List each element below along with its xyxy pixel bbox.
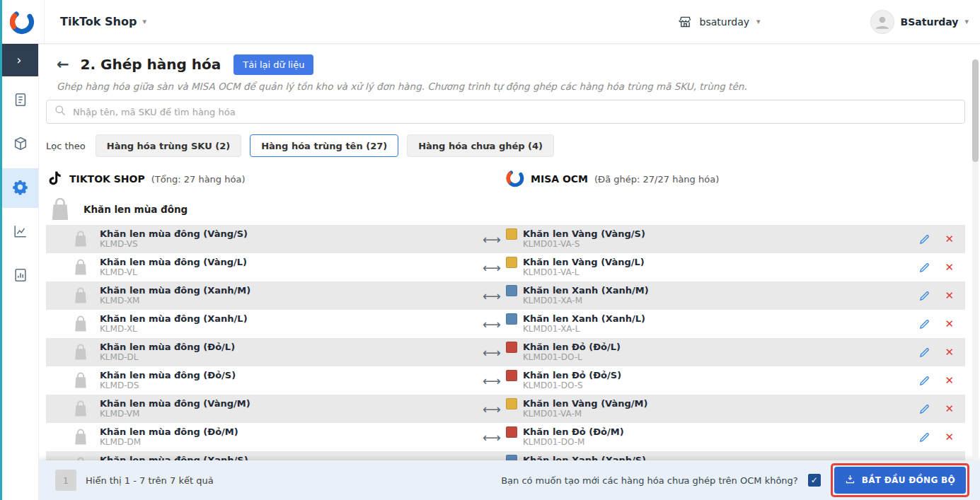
remove-match-button[interactable]: ✕	[945, 261, 954, 274]
sidebar-item-products[interactable]	[0, 124, 38, 164]
sidebar-item-analytics[interactable]	[0, 212, 38, 252]
chevron-down-icon: ▾	[756, 17, 761, 26]
tiktok-product-name: Khăn len mùa đông (Xanh/L)	[100, 313, 248, 324]
search-icon	[54, 105, 67, 119]
download-icon	[845, 474, 855, 487]
search-box	[46, 100, 965, 124]
tiktok-product-sku: KLMD-XL	[100, 324, 248, 335]
ocm-product-name: Khăn len Đỏ (Đỏ/M)	[523, 426, 624, 437]
ocm-product-sku: KLMD01-DO-M	[523, 437, 624, 448]
ocm-product-thumb	[506, 426, 517, 438]
ocm-product-thumb	[506, 342, 517, 353]
match-arrow-icon: ⟷	[478, 373, 506, 388]
ocm-product-name: Khăn len Đỏ (Đỏ/S)	[523, 370, 621, 380]
edit-match-button[interactable]	[918, 347, 930, 359]
tiktok-product-thumb	[71, 314, 91, 334]
product-match-row: Khăn len mùa đông (Đỏ/L) KLMD-DL ⟷ Khăn …	[46, 338, 965, 366]
ocm-product-name: Khăn len Xanh (Xanh/M)	[523, 285, 649, 296]
ocm-product-sku: KLMD01-VA-L	[523, 267, 645, 278]
edit-match-button[interactable]	[918, 262, 930, 274]
filter-option[interactable]: Hàng hóa trùng SKU (2)	[96, 134, 241, 157]
product-match-row: Khăn len mùa đông (Đỏ/S) KLMD-DS ⟷ Khăn …	[46, 366, 965, 395]
report-icon	[13, 267, 28, 285]
product-match-row: Khăn len mùa đông (Đỏ/M) KLMD-DM ⟷ Khăn …	[46, 423, 965, 451]
edit-match-button[interactable]	[918, 233, 930, 245]
sidebar-collapse-toggle[interactable]: ›	[0, 44, 38, 76]
filter-row: Lọc theo Hàng hóa trùng SKU (2)Hàng hóa …	[46, 134, 980, 157]
misa-ocm-icon	[506, 169, 524, 190]
edit-match-button[interactable]	[918, 403, 930, 415]
shop-selector[interactable]: bsaturday ▾	[678, 14, 761, 29]
create-unmatched-question: Bạn có muốn tạo mới các hàng hóa chưa gh…	[501, 475, 798, 486]
product-match-row: Khăn len mùa đông (Xanh/L) KLMD-XL ⟷ Khă…	[46, 310, 965, 338]
remove-match-button[interactable]: ✕	[945, 233, 954, 245]
remove-match-button[interactable]: ✕	[945, 318, 954, 330]
tiktok-product-thumb	[71, 399, 91, 419]
remove-match-button[interactable]: ✕	[945, 402, 954, 415]
misa-logo[interactable]	[0, 9, 44, 35]
match-arrow-icon: ⟷	[478, 317, 506, 332]
match-arrow-icon: ⟷	[478, 402, 506, 417]
edit-match-button[interactable]	[918, 431, 930, 443]
scrollbar-track[interactable]	[972, 59, 979, 460]
column-headers: TIKTOK SHOP (Tổng: 27 hàng hóa) MISA OCM…	[46, 167, 980, 191]
tiktok-product-sku: KLMD-DS	[100, 380, 236, 391]
ocm-product-sku: KLMD01-XA-M	[523, 296, 649, 306]
product-match-row: Khăn len mùa đông (Vàng/M) KLMD-VM ⟷ Khă…	[46, 395, 965, 423]
tiktok-column-header: TIKTOK SHOP (Tổng: 27 hàng hóa)	[46, 170, 506, 189]
channel-name: TikTok Shop	[60, 15, 137, 28]
document-icon	[13, 92, 28, 110]
start-sync-button[interactable]: BẮT ĐẦU ĐỒNG BỘ	[834, 467, 966, 494]
back-arrow-icon[interactable]: ←	[57, 56, 69, 73]
sidebar-item-documents[interactable]	[0, 81, 38, 120]
scrollbar-thumb[interactable]	[972, 59, 979, 162]
package-icon	[13, 136, 28, 153]
main-content: ← 2. Ghép hàng hóa Tải lại dữ liệu Ghép …	[39, 44, 980, 500]
filter-option[interactable]: Hàng hóa chưa ghép (4)	[407, 134, 554, 157]
footer-bar: 1 Hiển thị 1 - 7 trên 7 kết quả Bạn có m…	[39, 460, 980, 500]
chevron-right-icon: ›	[17, 53, 22, 67]
create-unmatched-checkbox[interactable]: ✓	[808, 474, 821, 487]
tiktok-product-name: Khăn len mùa đông (Xanh/M)	[100, 285, 250, 296]
remove-match-button[interactable]: ✕	[945, 374, 954, 387]
tiktok-icon	[46, 170, 63, 189]
ocm-product-sku: KLMD01-DO-S	[523, 380, 621, 391]
remove-match-button[interactable]: ✕	[945, 346, 954, 359]
edit-match-button[interactable]	[918, 318, 930, 330]
edit-match-button[interactable]	[918, 290, 930, 302]
product-group-thumb	[46, 195, 74, 223]
filter-option[interactable]: Hàng hóa trùng tên (27)	[250, 134, 398, 157]
sidebar-item-settings[interactable]	[0, 168, 38, 208]
ocm-column-subtitle: (Đã ghép: 27/27 hàng hóa)	[594, 174, 719, 185]
sidebar-item-reports[interactable]	[0, 256, 38, 296]
product-group-name: Khăn len mùa đông	[83, 204, 188, 215]
tiktok-product-thumb	[71, 257, 91, 277]
tiktok-product-sku: KLMD-XM	[100, 296, 250, 306]
ocm-product-thumb	[506, 285, 517, 296]
tiktok-column-subtitle: (Tổng: 27 hàng hóa)	[151, 174, 246, 185]
reload-data-button[interactable]: Tải lại dữ liệu	[234, 54, 313, 75]
ocm-product-thumb	[506, 257, 517, 268]
ocm-product-sku: KLMD01-XA-L	[523, 324, 645, 335]
remove-match-button[interactable]: ✕	[945, 289, 954, 302]
ocm-product-name: Khăn len Vàng (Vàng/L)	[523, 257, 645, 267]
ocm-product-name: Khăn len Vàng (Vàng/S)	[523, 228, 645, 239]
pagination-page-1[interactable]: 1	[55, 470, 76, 491]
ocm-product-sku: KLMD01-DO-L	[523, 352, 621, 363]
ocm-column-header: MISA OCM (Đã ghép: 27/27 hàng hóa)	[506, 169, 719, 190]
tiktok-product-name: Khăn len mùa đông (Vàng/S)	[100, 228, 248, 239]
sidebar: ›	[0, 44, 39, 500]
window-edge-accent	[0, 0, 2, 500]
product-list: Khăn len mùa đông (Vàng/S) KLMD-VS ⟷ Khă…	[39, 225, 980, 479]
ocm-product-thumb	[506, 228, 517, 240]
ocm-product-name: Khăn len Vàng (Vàng/M)	[523, 398, 647, 409]
app-window: TikTok Shop ▾ bsaturday ▾	[0, 0, 980, 500]
ocm-product-thumb	[506, 370, 517, 381]
edit-match-button[interactable]	[918, 375, 930, 387]
tiktok-product-thumb	[71, 229, 91, 249]
remove-match-button[interactable]: ✕	[945, 431, 954, 443]
ocm-column-title: MISA OCM	[531, 173, 588, 185]
channel-selector[interactable]: TikTok Shop ▾	[60, 15, 146, 28]
search-input[interactable]	[73, 107, 957, 117]
user-menu[interactable]: BSaturday ▾	[870, 10, 969, 34]
